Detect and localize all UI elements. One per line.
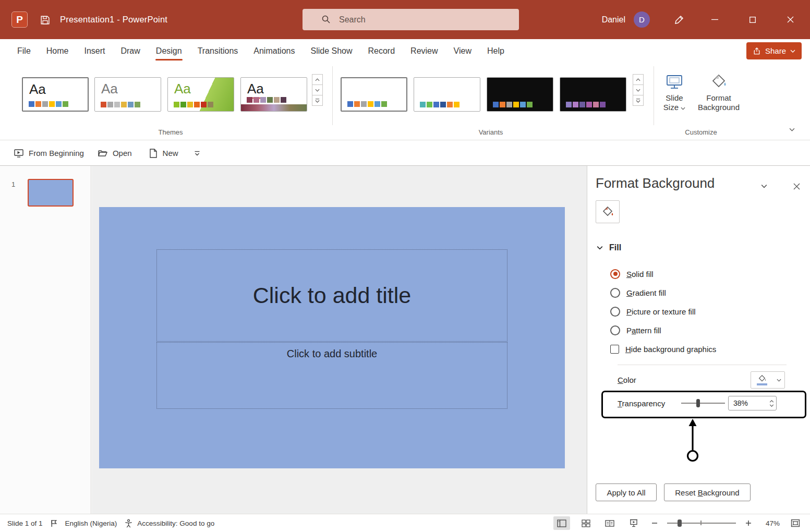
zoom-in-icon[interactable] (743, 516, 754, 530)
tab-transitions[interactable]: Transitions (190, 39, 246, 63)
tab-draw[interactable]: Draw (113, 39, 148, 63)
new-button[interactable]: New (149, 148, 178, 159)
zoom-slider-thumb[interactable] (678, 519, 682, 527)
radio-pattern-fill (610, 325, 620, 335)
avatar[interactable]: D (634, 11, 650, 28)
variant-card[interactable] (560, 77, 626, 112)
accessibility-label: Accessibility: Good to go (137, 519, 214, 527)
gallery-up-icon[interactable] (312, 74, 323, 85)
picture-fill-label: Picture or texture fill (626, 307, 696, 316)
palette-swatch (374, 101, 380, 107)
search-box[interactable] (303, 9, 519, 30)
tab-slide-show[interactable]: Slide Show (303, 39, 360, 63)
zoom-out-icon[interactable] (649, 516, 660, 530)
reading-view-icon[interactable] (601, 516, 618, 530)
gallery-down-icon[interactable] (633, 84, 644, 95)
slide-show-view-icon[interactable] (625, 516, 642, 530)
proofing-flag-icon[interactable] (50, 519, 58, 528)
fill-option-pattern[interactable]: Pattern fill (610, 322, 661, 338)
spin-down-icon[interactable] (769, 404, 774, 407)
fill-option-picture[interactable]: Picture or texture fill (610, 304, 696, 319)
slide[interactable]: Click to add title Click to add subtitle (99, 207, 565, 468)
user-name[interactable]: Daniel (602, 0, 625, 39)
variant-card[interactable] (341, 77, 407, 112)
variant-card[interactable] (487, 77, 553, 112)
slide-thumbnail[interactable] (28, 179, 74, 207)
variant-card[interactable] (414, 77, 480, 112)
palette-swatch (63, 101, 68, 107)
tab-animations[interactable]: Animations (246, 39, 303, 63)
pane-close-icon[interactable] (790, 179, 803, 193)
new-file-icon (149, 148, 158, 159)
gallery-down-icon[interactable] (312, 84, 323, 95)
minimize-button[interactable] (703, 0, 727, 39)
theme-card[interactable]: Aa (240, 77, 307, 112)
fill-option-gradient[interactable]: Gradient fill (610, 285, 666, 300)
tab-review[interactable]: Review (403, 39, 445, 63)
title-placeholder[interactable]: Click to add title (156, 249, 507, 342)
theme-card[interactable]: Aa (94, 77, 161, 112)
fill-section-header[interactable]: Fill (597, 243, 621, 252)
search-input[interactable] (303, 9, 519, 30)
gallery-more-icon[interactable] (633, 95, 644, 106)
transparency-value[interactable]: 38% (729, 399, 767, 407)
tab-view[interactable]: View (446, 39, 479, 63)
pen-icon[interactable] (671, 13, 687, 27)
save-icon[interactable] (38, 14, 52, 26)
powerpoint-logo-icon[interactable]: P (11, 11, 28, 28)
subtitle-placeholder[interactable]: Click to add subtitle (156, 342, 507, 409)
themes-gallery-scroll (312, 75, 323, 106)
tab-home[interactable]: Home (39, 39, 77, 63)
reset-background-button[interactable]: Reset Background (664, 483, 751, 501)
zoom-slider[interactable] (667, 519, 736, 527)
palette-swatch (506, 102, 512, 107)
share-button[interactable]: Share (746, 42, 802, 59)
accessibility-status[interactable]: Accessibility: Good to go (124, 519, 214, 528)
hide-background-graphics-option[interactable]: Hide background graphics (610, 341, 716, 357)
chevron-down-icon (597, 246, 603, 250)
language-indicator[interactable]: English (Nigeria) (65, 519, 117, 527)
tab-help[interactable]: Help (479, 39, 512, 63)
theme-card[interactable]: Aa (22, 77, 89, 112)
palette-swatch (440, 102, 446, 107)
from-beginning-button[interactable]: From Beginning (14, 148, 84, 159)
workspace: 1 Click to add title Click to add subtit… (0, 166, 810, 514)
slider-thumb[interactable] (696, 399, 700, 407)
apply-to-all-button[interactable]: Apply to All (596, 483, 657, 501)
chevron-down-icon[interactable] (773, 379, 784, 382)
slider-track[interactable] (681, 403, 725, 404)
gallery-more-icon[interactable] (312, 95, 323, 106)
open-label: Open (113, 149, 132, 158)
slide-size-button[interactable]: Slide Size (658, 70, 691, 112)
tab-design[interactable]: Design (148, 39, 190, 63)
ribbon-tab-bar: File Home Insert Draw Design Transitions… (0, 39, 810, 63)
fit-slide-to-window-icon[interactable] (787, 516, 804, 530)
close-button[interactable] (778, 0, 802, 39)
maximize-button[interactable] (741, 0, 765, 39)
color-picker-button[interactable] (751, 371, 785, 389)
palette-swatch (247, 97, 252, 103)
tab-file[interactable]: File (9, 39, 39, 63)
fill-tab-icon-button[interactable] (596, 200, 620, 223)
powerpoint-window: P Presentation1 - PowerPoint Daniel D Fi… (0, 0, 810, 532)
tab-insert[interactable]: Insert (76, 39, 113, 63)
zoom-level[interactable]: 47% (761, 519, 780, 527)
slide-sorter-view-icon[interactable] (577, 516, 594, 530)
quick-access-overflow-icon[interactable] (194, 150, 200, 156)
annotation-arrow (682, 418, 703, 463)
normal-view-icon[interactable] (553, 516, 570, 530)
palette-swatch (381, 101, 387, 107)
gallery-up-icon[interactable] (633, 74, 644, 85)
format-background-button[interactable]: Format Background (696, 70, 741, 112)
fill-option-solid[interactable]: Solid fill (610, 266, 654, 282)
transparency-slider[interactable] (681, 398, 725, 408)
pane-options-chevron-icon[interactable] (757, 179, 771, 193)
open-button[interactable]: Open (98, 148, 132, 159)
spin-up-icon[interactable] (769, 400, 774, 403)
transparency-value-box[interactable]: 38% (728, 396, 777, 410)
slide-counter[interactable]: Slide 1 of 1 (7, 519, 43, 527)
tab-record[interactable]: Record (360, 39, 403, 63)
theme-card[interactable]: Aa (167, 77, 234, 112)
transparency-spinner[interactable] (767, 396, 776, 410)
collapse-ribbon-icon[interactable] (784, 123, 799, 136)
